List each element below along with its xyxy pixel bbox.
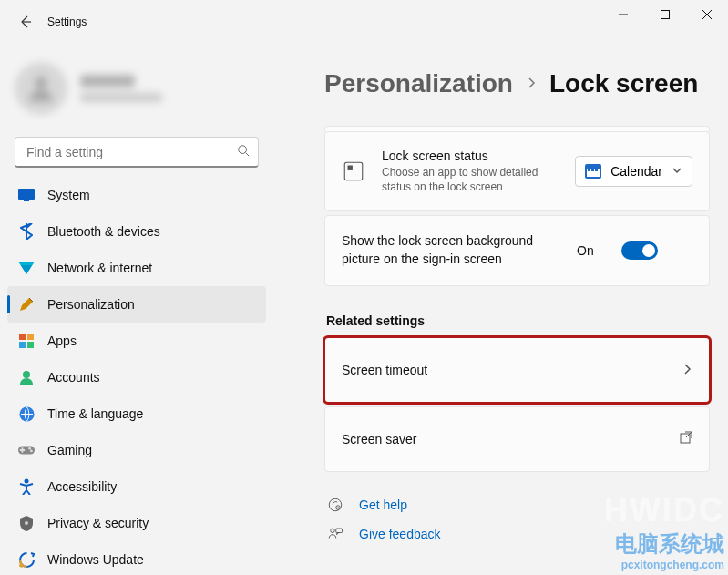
sidebar-item-label: Accessibility — [47, 479, 117, 494]
svg-rect-0 — [661, 11, 670, 19]
svg-point-2 — [239, 146, 247, 154]
lockstatus-title: Lock screen status — [382, 149, 559, 163]
privacy-icon — [18, 515, 35, 531]
apps-icon — [18, 333, 35, 349]
toggle-state-label: On — [577, 243, 594, 258]
svg-point-26 — [331, 529, 335, 533]
content-area: Personalization Lock screen Lock screen … — [273, 44, 728, 575]
svg-rect-8 — [27, 342, 34, 348]
signin-bg-label: Show the lock screen background picture … — [342, 232, 560, 268]
help-icon — [326, 496, 344, 514]
get-help-link[interactable]: Get help — [359, 498, 407, 512]
back-button[interactable] — [7, 4, 44, 40]
svg-rect-21 — [591, 169, 594, 171]
svg-rect-17 — [348, 166, 353, 170]
svg-point-1 — [36, 77, 47, 88]
lockstatus-app-dropdown[interactable]: Calendar — [575, 156, 692, 187]
maximize-button[interactable] — [644, 0, 686, 29]
lockstatus-desc: Choose an app to show detailed status on… — [382, 165, 546, 194]
related-settings-title: Related settings — [326, 313, 710, 328]
related-timeout-card[interactable]: Screen timeout — [324, 337, 710, 403]
sidebar-item-privacy[interactable]: Privacy & security — [7, 505, 266, 541]
calendar-icon — [585, 164, 601, 179]
give-feedback-link[interactable]: Give feedback — [359, 527, 441, 541]
sidebar-item-label: Time & language — [47, 406, 143, 421]
sidebar-item-label: Bluetooth & devices — [47, 224, 160, 239]
svg-point-15 — [25, 521, 28, 525]
svg-point-25 — [336, 505, 341, 509]
sidebar-item-label: Apps — [47, 334, 77, 348]
chevron-right-icon — [682, 362, 692, 378]
svg-point-14 — [25, 479, 29, 484]
feedback-icon — [326, 525, 344, 543]
sidebar: SystemBluetooth & devicesNetwork & inter… — [0, 44, 273, 575]
sidebar-item-time[interactable]: Time & language — [7, 395, 266, 432]
time-icon — [18, 406, 35, 422]
accounts-icon — [18, 369, 35, 385]
sidebar-item-label: Accounts — [47, 370, 100, 385]
window-title: Settings — [47, 15, 87, 28]
related-item-label: Screen timeout — [342, 363, 682, 377]
search-icon — [237, 144, 250, 160]
open-external-icon — [680, 431, 692, 447]
sidebar-item-label: Privacy & security — [47, 516, 149, 530]
update-icon — [18, 551, 35, 568]
sidebar-item-label: Windows Update — [47, 552, 144, 567]
sidebar-item-label: Personalization — [47, 297, 135, 312]
search-input[interactable] — [15, 137, 259, 168]
svg-rect-6 — [27, 334, 34, 340]
svg-point-13 — [30, 450, 33, 453]
signin-bg-card[interactable]: Show the lock screen background picture … — [324, 215, 710, 285]
svg-rect-7 — [19, 342, 26, 348]
svg-point-9 — [23, 371, 30, 378]
bluetooth-icon — [18, 223, 35, 240]
gaming-icon — [18, 442, 35, 458]
status-app-icon — [342, 159, 365, 183]
chevron-right-icon — [526, 76, 537, 92]
sidebar-item-accessibility[interactable]: Accessibility — [7, 468, 266, 505]
svg-rect-22 — [595, 169, 598, 171]
accessibility-icon — [18, 478, 35, 495]
sidebar-item-apps[interactable]: Apps — [7, 323, 266, 359]
dropdown-label: Calendar — [610, 164, 662, 179]
sidebar-item-label: Gaming — [47, 443, 92, 457]
avatar — [15, 62, 67, 115]
minimize-button[interactable] — [602, 0, 644, 29]
close-button[interactable] — [686, 0, 728, 29]
sidebar-item-personalization[interactable]: Personalization — [7, 286, 266, 323]
signin-bg-toggle[interactable] — [621, 241, 658, 260]
lock-screen-status-card[interactable]: Lock screen status Choose an app to show… — [324, 131, 710, 211]
sidebar-item-system[interactable]: System — [7, 177, 266, 213]
svg-rect-4 — [24, 200, 29, 201]
network-icon — [18, 260, 35, 276]
related-saver-card[interactable]: Screen saver — [324, 406, 710, 472]
svg-rect-27 — [336, 529, 343, 533]
user-texts — [80, 75, 162, 102]
sidebar-item-update[interactable]: Windows Update — [7, 541, 266, 575]
sidebar-item-label: Network & internet — [47, 261, 152, 275]
breadcrumb-prev[interactable]: Personalization — [324, 69, 513, 98]
breadcrumb-current: Lock screen — [549, 69, 698, 98]
sidebar-item-gaming[interactable]: Gaming — [7, 432, 266, 468]
system-icon — [18, 187, 35, 203]
related-item-label: Screen saver — [342, 432, 680, 447]
nav-list: SystemBluetooth & devicesNetwork & inter… — [7, 177, 266, 575]
sidebar-item-label: System — [47, 188, 90, 202]
user-block[interactable] — [7, 55, 266, 129]
svg-rect-20 — [588, 169, 590, 171]
sidebar-item-network[interactable]: Network & internet — [7, 250, 266, 286]
personalization-icon — [18, 296, 35, 313]
svg-rect-5 — [19, 334, 26, 340]
svg-point-12 — [28, 447, 31, 450]
sidebar-item-accounts[interactable]: Accounts — [7, 359, 266, 395]
sidebar-item-bluetooth[interactable]: Bluetooth & devices — [7, 213, 266, 250]
breadcrumb: Personalization Lock screen — [324, 69, 710, 98]
svg-rect-16 — [344, 162, 363, 180]
chevron-down-icon — [672, 163, 682, 180]
svg-rect-3 — [18, 189, 35, 200]
